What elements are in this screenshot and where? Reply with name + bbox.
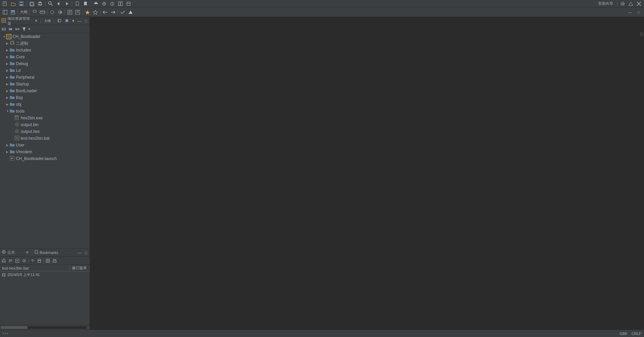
toolbar2-nav-back[interactable] [101, 9, 109, 15]
tree-item-vmodem[interactable]: ▶ Vmodem [0, 148, 90, 155]
h-scroll-track[interactable] [1, 326, 86, 329]
project-btn1[interactable] [56, 19, 62, 23]
right-side-btn1[interactable] [639, 32, 643, 38]
status-line-ending[interactable]: CRLF [631, 332, 641, 336]
toolbar-icon1[interactable] [92, 1, 100, 7]
tree-item-bsp[interactable]: ▶ Bsp [0, 94, 90, 101]
tree-testbat-icon [14, 136, 20, 141]
bm-btn6[interactable] [36, 258, 42, 264]
bookmarks-close[interactable]: ✕ [25, 250, 30, 255]
toolbar-bookmark[interactable] [74, 1, 81, 7]
tree-vmodem-label: Vmodem [16, 150, 32, 154]
toolbar2-btn1[interactable] [1, 9, 9, 15]
tree-toolbar-collapse[interactable] [1, 26, 7, 32]
svg-rect-55 [7, 35, 11, 38]
top-toolbar: 安装向导 M [0, 0, 644, 7]
svg-rect-64 [15, 136, 19, 140]
project-btn2[interactable] [64, 19, 70, 23]
project-max[interactable]: □ [84, 19, 88, 23]
toolbar-close-all[interactable] [28, 1, 36, 7]
tree-item-binary[interactable]: ▶ 二进制 [0, 40, 90, 47]
tree-item-testbat[interactable]: test-hex2bin.bat [0, 135, 90, 142]
toolbar-search[interactable] [47, 1, 54, 7]
window-maximize[interactable]: □ [635, 8, 643, 16]
toolbar2-btn10[interactable] [84, 9, 91, 15]
project-outline-btn[interactable]: 大纲 [43, 19, 52, 23]
toolbar-right2[interactable] [627, 1, 635, 7]
toolbar-nav-forward[interactable] [63, 1, 71, 7]
tree-item-peripheral[interactable]: ▶ Peripheral [0, 74, 90, 81]
svg-rect-22 [118, 2, 120, 6]
toolbar2-btn11[interactable] [92, 9, 99, 15]
toolbar2-btn3[interactable]: 大纲 [19, 9, 28, 15]
toolbar2-btn13[interactable] [127, 9, 134, 15]
tree-item-outputhex[interactable]: output.hex [0, 128, 90, 135]
window-minimize[interactable]: — [626, 8, 634, 16]
toolbar2-btn5[interactable] [39, 9, 46, 15]
toolbar2-btn7[interactable] [56, 9, 64, 15]
toolbar2-btn12[interactable] [119, 9, 126, 15]
status-bar: GBK CRLF [0, 330, 644, 337]
tree-user-icon [9, 142, 15, 148]
toolbar2-btn9[interactable] [74, 9, 81, 15]
toolbar-icon3[interactable] [109, 1, 116, 7]
bookmarks-max[interactable]: □ [84, 251, 88, 255]
tree-toolbar-link[interactable] [14, 26, 20, 32]
project-dropdown[interactable]: ▾ [71, 19, 75, 23]
tree-item-ld[interactable]: ▶ Ld [0, 67, 90, 74]
bookmarks-min[interactable]: — [77, 251, 82, 255]
project-min[interactable]: — [77, 19, 82, 23]
toolbar2-nav-forward[interactable] [109, 9, 117, 15]
tree-item-includes[interactable]: ▶ Includes [0, 47, 90, 54]
toolbar-open[interactable] [9, 1, 17, 7]
bm-btn1[interactable] [1, 258, 7, 264]
project-explorer-close[interactable]: ✕ [34, 19, 39, 23]
toolbar-icon5[interactable] [125, 1, 132, 7]
toolbar2-btn8[interactable] [66, 9, 74, 15]
tree-item-outputbin[interactable]: output.bin [0, 121, 90, 128]
svg-marker-53 [22, 27, 26, 31]
window-settings-btn[interactable]: 安装向导 [596, 0, 616, 7]
svg-marker-16 [94, 2, 98, 3]
toolbar-right1[interactable]: M [619, 1, 626, 7]
toolbar-new[interactable] [1, 1, 9, 7]
tree-toolbar-dropdown[interactable]: ▾ [28, 26, 31, 32]
tree-item-debug[interactable]: ▶ Debug [0, 60, 90, 67]
toolbar2-btn2[interactable] [9, 9, 17, 15]
bookmarks-col-file[interactable]: test-hex2bin.bat [0, 265, 70, 272]
sep-header2 [54, 19, 54, 23]
bm-btn7[interactable] [45, 258, 51, 264]
tree-toolbar-expand[interactable] [7, 26, 14, 32]
tree-item-tools[interactable]: ▼ tools [0, 108, 90, 115]
right-side-toolbar [639, 31, 643, 39]
tree-item-hex2bin[interactable]: EXE hex2bin.exe [0, 115, 90, 121]
toolbar-icon2[interactable] [100, 1, 108, 7]
tree-core-label: Core [16, 55, 25, 59]
tree-item-obj[interactable]: ▶ obj [0, 101, 90, 108]
h-scrollbar[interactable]: › [0, 325, 90, 330]
tree-item-core[interactable]: ▶ Core [0, 54, 90, 60]
h-scroll-thumb[interactable] [1, 326, 28, 329]
bookmark-row[interactable]: 2024/5/9 上午11:41 [0, 272, 90, 278]
tree-item-launch[interactable]: CH_Bootloader.launch [0, 155, 90, 162]
tree-root[interactable]: ▼ CH_Bootloader [0, 33, 90, 40]
tree-toolbar-filter[interactable] [21, 26, 27, 32]
tree-item-bootloader[interactable]: ▶ BootLoader [0, 87, 90, 94]
bm-btn3[interactable] [14, 258, 20, 264]
bm-btn5[interactable] [30, 258, 36, 264]
toolbar2-btn6[interactable] [48, 9, 56, 15]
tree-item-user[interactable]: ▶ User [0, 142, 90, 148]
toolbar-save[interactable] [18, 1, 25, 7]
bookmarks-col-revision[interactable]: 修订版本 [70, 265, 89, 272]
tree-item-startup[interactable]: ▶ Startup [0, 81, 90, 87]
toolbar-print[interactable] [36, 1, 44, 7]
toolbar-icon4[interactable] [117, 1, 124, 7]
status-encoding[interactable]: GBK [620, 332, 627, 336]
toolbar-bookmark2[interactable] [82, 1, 89, 7]
bm-btn4[interactable] [21, 258, 27, 264]
bm-btn8[interactable] [52, 258, 58, 264]
toolbar-right3[interactable] [635, 1, 643, 7]
toolbar-nav-back[interactable] [55, 1, 62, 7]
toolbar2-btn4[interactable] [31, 9, 38, 15]
bm-btn2[interactable] [7, 258, 14, 264]
